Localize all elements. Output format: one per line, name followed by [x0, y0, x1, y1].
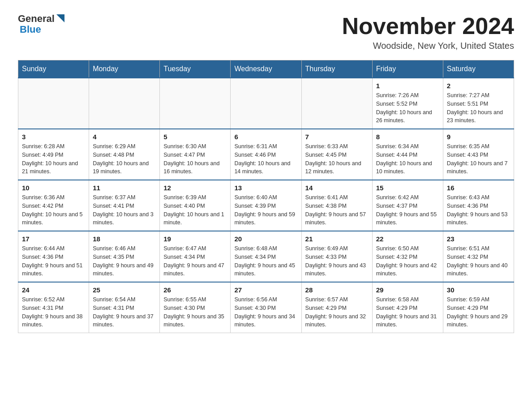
day-number: 11: [93, 184, 156, 192]
day-number: 7: [305, 133, 369, 141]
day-number: 10: [22, 184, 85, 192]
month-title: November 2024: [342, 13, 514, 39]
day-number: 19: [163, 235, 227, 243]
calendar-day: 13Sunrise: 6:40 AMSunset: 4:39 PMDayligh…: [231, 180, 301, 231]
calendar-day: 5Sunrise: 6:30 AMSunset: 4:47 PMDaylight…: [160, 129, 231, 180]
calendar-day: 26Sunrise: 6:55 AMSunset: 4:30 PMDayligh…: [160, 282, 231, 333]
calendar-day: 28Sunrise: 6:57 AMSunset: 4:29 PMDayligh…: [301, 282, 372, 333]
day-info: Sunrise: 6:47 AMSunset: 4:34 PMDaylight:…: [163, 244, 227, 278]
day-number: 21: [305, 235, 369, 243]
calendar-day: 19Sunrise: 6:47 AMSunset: 4:34 PMDayligh…: [160, 231, 231, 282]
day-info: Sunrise: 6:54 AMSunset: 4:31 PMDaylight:…: [93, 295, 156, 329]
day-number: 16: [447, 184, 510, 192]
calendar-day: 30Sunrise: 6:59 AMSunset: 4:29 PMDayligh…: [443, 282, 514, 333]
calendar-week-5: 24Sunrise: 6:52 AMSunset: 4:31 PMDayligh…: [18, 282, 514, 333]
calendar-header-saturday: Saturday: [443, 60, 514, 78]
title-area: November 2024 Woodside, New York, United…: [342, 13, 514, 51]
day-number: 2: [447, 82, 510, 90]
calendar-day: 23Sunrise: 6:51 AMSunset: 4:32 PMDayligh…: [443, 231, 514, 282]
calendar-day: [18, 78, 89, 129]
calendar-day: [89, 78, 160, 129]
calendar-day: 11Sunrise: 6:37 AMSunset: 4:41 PMDayligh…: [89, 180, 160, 231]
day-number: 27: [234, 286, 297, 294]
day-info: Sunrise: 6:52 AMSunset: 4:31 PMDaylight:…: [22, 295, 85, 329]
calendar-day: 4Sunrise: 6:29 AMSunset: 4:48 PMDaylight…: [89, 129, 160, 180]
day-info: Sunrise: 6:58 AMSunset: 4:29 PMDaylight:…: [376, 295, 439, 329]
day-info: Sunrise: 6:57 AMSunset: 4:29 PMDaylight:…: [305, 295, 369, 329]
day-number: 18: [93, 235, 156, 243]
day-info: Sunrise: 6:42 AMSunset: 4:37 PMDaylight:…: [376, 193, 439, 227]
day-info: Sunrise: 6:59 AMSunset: 4:29 PMDaylight:…: [447, 295, 510, 329]
calendar-day: 27Sunrise: 6:56 AMSunset: 4:30 PMDayligh…: [231, 282, 301, 333]
day-number: 17: [22, 235, 85, 243]
calendar-day: 3Sunrise: 6:28 AMSunset: 4:49 PMDaylight…: [18, 129, 89, 180]
logo: General Blue: [18, 13, 64, 35]
calendar-header-thursday: Thursday: [301, 60, 372, 78]
calendar-day: 2Sunrise: 7:27 AMSunset: 5:51 PMDaylight…: [443, 78, 514, 129]
calendar-day: [231, 78, 301, 129]
calendar-week-1: 1Sunrise: 7:26 AMSunset: 5:52 PMDaylight…: [18, 78, 514, 129]
day-info: Sunrise: 6:41 AMSunset: 4:38 PMDaylight:…: [305, 193, 369, 227]
day-number: 1: [376, 82, 439, 90]
day-number: 23: [447, 235, 510, 243]
calendar-day: 29Sunrise: 6:58 AMSunset: 4:29 PMDayligh…: [372, 282, 443, 333]
day-number: 29: [376, 286, 439, 294]
day-info: Sunrise: 6:31 AMSunset: 4:46 PMDaylight:…: [234, 142, 297, 176]
calendar-week-4: 17Sunrise: 6:44 AMSunset: 4:36 PMDayligh…: [18, 231, 514, 282]
day-number: 9: [447, 133, 510, 141]
calendar-day: [160, 78, 231, 129]
calendar-header-sunday: Sunday: [18, 60, 89, 78]
calendar-day: 6Sunrise: 6:31 AMSunset: 4:46 PMDaylight…: [231, 129, 301, 180]
day-number: 22: [376, 235, 439, 243]
calendar-day: 16Sunrise: 6:43 AMSunset: 4:36 PMDayligh…: [443, 180, 514, 231]
calendar-day: 7Sunrise: 6:33 AMSunset: 4:45 PMDaylight…: [301, 129, 372, 180]
calendar-table: SundayMondayTuesdayWednesdayThursdayFrid…: [18, 60, 514, 333]
calendar-day: 21Sunrise: 6:49 AMSunset: 4:33 PMDayligh…: [301, 231, 372, 282]
day-info: Sunrise: 6:37 AMSunset: 4:41 PMDaylight:…: [93, 193, 156, 227]
calendar-day: 25Sunrise: 6:54 AMSunset: 4:31 PMDayligh…: [89, 282, 160, 333]
day-info: Sunrise: 6:29 AMSunset: 4:48 PMDaylight:…: [93, 142, 156, 176]
day-info: Sunrise: 6:40 AMSunset: 4:39 PMDaylight:…: [234, 193, 297, 227]
calendar-header-row: SundayMondayTuesdayWednesdayThursdayFrid…: [18, 60, 514, 78]
day-info: Sunrise: 6:35 AMSunset: 4:43 PMDaylight:…: [447, 142, 510, 176]
day-info: Sunrise: 6:51 AMSunset: 4:32 PMDaylight:…: [447, 244, 510, 278]
day-info: Sunrise: 6:28 AMSunset: 4:49 PMDaylight:…: [22, 142, 85, 176]
calendar-day: 12Sunrise: 6:39 AMSunset: 4:40 PMDayligh…: [160, 180, 231, 231]
day-number: 24: [22, 286, 85, 294]
day-number: 6: [234, 133, 297, 141]
day-info: Sunrise: 6:36 AMSunset: 4:42 PMDaylight:…: [22, 193, 85, 227]
day-number: 25: [93, 286, 156, 294]
day-info: Sunrise: 6:33 AMSunset: 4:45 PMDaylight:…: [305, 142, 369, 176]
logo-blue: Blue: [18, 24, 64, 35]
calendar-day: 24Sunrise: 6:52 AMSunset: 4:31 PMDayligh…: [18, 282, 89, 333]
day-info: Sunrise: 7:27 AMSunset: 5:51 PMDaylight:…: [447, 91, 510, 125]
day-info: Sunrise: 6:43 AMSunset: 4:36 PMDaylight:…: [447, 193, 510, 227]
day-info: Sunrise: 6:44 AMSunset: 4:36 PMDaylight:…: [22, 244, 85, 278]
day-info: Sunrise: 6:34 AMSunset: 4:44 PMDaylight:…: [376, 142, 439, 176]
calendar-day: 17Sunrise: 6:44 AMSunset: 4:36 PMDayligh…: [18, 231, 89, 282]
calendar-header-wednesday: Wednesday: [231, 60, 301, 78]
day-number: 13: [234, 184, 297, 192]
day-info: Sunrise: 6:55 AMSunset: 4:30 PMDaylight:…: [163, 295, 227, 329]
calendar-week-2: 3Sunrise: 6:28 AMSunset: 4:49 PMDaylight…: [18, 129, 514, 180]
day-info: Sunrise: 6:30 AMSunset: 4:47 PMDaylight:…: [163, 142, 227, 176]
calendar-day: 14Sunrise: 6:41 AMSunset: 4:38 PMDayligh…: [301, 180, 372, 231]
logo-general: General: [18, 13, 55, 24]
page-header: General Blue November 2024 Woodside, New…: [18, 13, 514, 51]
calendar-header-friday: Friday: [372, 60, 443, 78]
calendar-day: 1Sunrise: 7:26 AMSunset: 5:52 PMDaylight…: [372, 78, 443, 129]
day-info: Sunrise: 6:39 AMSunset: 4:40 PMDaylight:…: [163, 193, 227, 227]
day-info: Sunrise: 6:46 AMSunset: 4:35 PMDaylight:…: [93, 244, 156, 278]
calendar-header-tuesday: Tuesday: [160, 60, 231, 78]
day-info: Sunrise: 6:50 AMSunset: 4:32 PMDaylight:…: [376, 244, 439, 278]
day-number: 15: [376, 184, 439, 192]
calendar-day: 18Sunrise: 6:46 AMSunset: 4:35 PMDayligh…: [89, 231, 160, 282]
day-number: 4: [93, 133, 156, 141]
calendar-day: 10Sunrise: 6:36 AMSunset: 4:42 PMDayligh…: [18, 180, 89, 231]
day-number: 12: [163, 184, 227, 192]
location: Woodside, New York, United States: [342, 41, 514, 51]
day-number: 26: [163, 286, 227, 294]
calendar-day: 8Sunrise: 6:34 AMSunset: 4:44 PMDaylight…: [372, 129, 443, 180]
logo-arrow-icon: [56, 14, 64, 22]
calendar-day: 20Sunrise: 6:48 AMSunset: 4:34 PMDayligh…: [231, 231, 301, 282]
